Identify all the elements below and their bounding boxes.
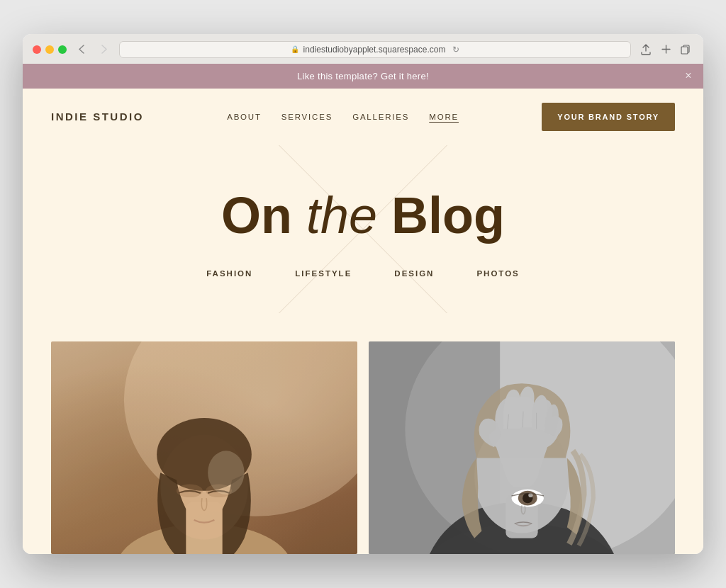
hero-title-blog: Blog <box>377 187 505 244</box>
category-design[interactable]: DESIGN <box>394 269 434 278</box>
browser-actions <box>638 42 693 57</box>
new-tab-button[interactable] <box>658 42 674 57</box>
minimize-button[interactable] <box>45 45 54 54</box>
close-button[interactable] <box>33 45 41 54</box>
main-navigation: ABOUT SERVICES GALLERIES MORE <box>227 113 459 121</box>
traffic-lights <box>33 45 67 54</box>
back-button[interactable] <box>74 42 89 57</box>
blog-grid <box>51 341 675 554</box>
blog-card-1-image <box>51 341 357 554</box>
maximize-button[interactable] <box>58 45 67 54</box>
cta-brand-story-button[interactable]: YOUR BRAND STORY <box>542 103 675 131</box>
nav-services[interactable]: SERVICES <box>281 113 333 121</box>
hero-title-on: On <box>221 187 306 244</box>
browser-window: 🔒 indiestudiobyapplet.squarespace.com ↻ … <box>23 34 703 554</box>
blog-card-1[interactable] <box>51 341 357 554</box>
reload-button[interactable]: ↻ <box>452 45 459 55</box>
category-fashion[interactable]: FASHION <box>206 269 252 278</box>
announcement-text: Like this template? Get it here! <box>297 71 429 81</box>
blog-card-2-image <box>369 341 675 554</box>
duplicate-button[interactable] <box>678 42 693 57</box>
svg-rect-0 <box>681 47 688 54</box>
site-header: INDIE STUDIO ABOUT SERVICES GALLERIES MO… <box>23 89 703 145</box>
address-bar[interactable]: 🔒 indiestudiobyapplet.squarespace.com ↻ <box>119 41 631 58</box>
nav-about[interactable]: ABOUT <box>227 113 262 121</box>
share-button[interactable] <box>638 42 654 57</box>
blog-categories: FASHION LIFESTYLE DESIGN PHOTOS <box>51 269 675 278</box>
nav-more[interactable]: MORE <box>429 113 459 121</box>
blog-section <box>23 313 703 554</box>
website-content: Like this template? Get it here! × INDIE… <box>23 64 703 554</box>
forward-button[interactable] <box>96 42 112 57</box>
nav-galleries[interactable]: GALLERIES <box>352 113 409 121</box>
hero-title-italic: the <box>306 187 377 244</box>
hero-section: On the Blog FASHION LIFESTYLE DESIGN PHO… <box>23 145 703 313</box>
announcement-close-button[interactable]: × <box>685 69 692 82</box>
browser-chrome: 🔒 indiestudiobyapplet.squarespace.com ↻ <box>23 34 703 64</box>
announcement-bar: Like this template? Get it here! × <box>23 64 703 89</box>
hero-title: On the Blog <box>51 188 675 244</box>
site-logo[interactable]: INDIE STUDIO <box>51 111 144 123</box>
blog-card-2[interactable] <box>369 341 675 554</box>
svg-point-9 <box>208 451 244 494</box>
lock-icon: 🔒 <box>291 45 299 53</box>
category-lifestyle[interactable]: LIFESTYLE <box>295 269 352 278</box>
url-text: indiestudiobyapplet.squarespace.com <box>303 45 446 55</box>
category-photos[interactable]: PHOTOS <box>476 269 519 278</box>
